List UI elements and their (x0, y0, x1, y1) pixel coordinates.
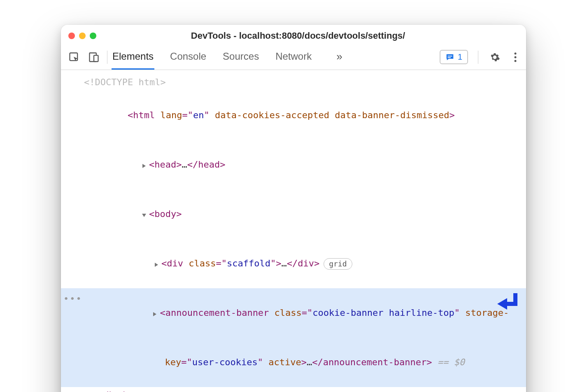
inspect-element-icon[interactable] (65, 48, 83, 66)
expand-icon[interactable] (152, 312, 157, 317)
svg-rect-4 (447, 57, 450, 58)
dom-head[interactable]: <head>…</head> (61, 140, 526, 189)
svg-rect-2 (94, 55, 98, 61)
toolbar-divider (107, 51, 107, 64)
zoom-window-button[interactable] (90, 33, 96, 39)
more-tabs-button[interactable]: » (335, 44, 343, 70)
svg-point-6 (515, 56, 517, 58)
title-prefix: DevTools - (191, 30, 239, 41)
dom-body-open[interactable]: <body> (61, 189, 526, 239)
title-url: localhost:8080/docs/devtools/settings/ (239, 30, 405, 41)
devtools-window: DevTools - localhost:8080/docs/devtools/… (61, 25, 526, 392)
more-options-button[interactable] (509, 51, 522, 64)
window-controls (68, 33, 96, 39)
issues-count: 1 (458, 52, 462, 62)
dom-doctype[interactable]: <!DOCTYPE html> (61, 74, 526, 91)
issues-badge[interactable]: 1 (440, 50, 468, 64)
issues-icon (445, 53, 454, 62)
settings-button[interactable] (488, 51, 501, 64)
expand-icon[interactable] (142, 163, 147, 168)
expand-icon[interactable] (154, 262, 159, 267)
dom-selected-node[interactable]: ••• <announcement-banner class="cookie-b… (61, 288, 526, 387)
gear-icon (489, 52, 500, 63)
dom-tree[interactable]: <!DOCTYPE html> <html lang="en" data-coo… (61, 70, 526, 392)
dom-div-scaffold[interactable]: <div class="scaffold">…</div>grid (61, 239, 526, 288)
gutter-menu-icon[interactable]: ••• (63, 291, 82, 307)
tab-network[interactable]: Network (275, 44, 312, 70)
tab-elements[interactable]: Elements (112, 44, 154, 70)
main-tabs: Elements Console Sources Network » (112, 44, 343, 70)
toolbar-right: 1 (440, 50, 522, 64)
close-window-button[interactable] (68, 33, 75, 39)
grid-badge[interactable]: grid (324, 258, 352, 270)
tab-console[interactable]: Console (169, 44, 207, 70)
callout-arrow-icon (495, 292, 519, 319)
svg-rect-3 (447, 56, 452, 56)
collapse-icon[interactable] (142, 213, 147, 218)
dom-body-close[interactable]: </body> (61, 387, 526, 392)
titlebar: DevTools - localhost:8080/docs/devtools/… (61, 25, 526, 44)
window-title: DevTools - localhost:8080/docs/devtools/… (102, 30, 519, 41)
svg-point-5 (515, 52, 517, 54)
kebab-icon (514, 52, 517, 62)
minimize-window-button[interactable] (79, 33, 86, 39)
dom-html-open[interactable]: <html lang="en" data-cookies-accepted da… (61, 91, 526, 140)
device-toolbar-icon[interactable] (85, 48, 103, 66)
toolbar-divider (478, 51, 478, 64)
tab-sources[interactable]: Sources (222, 44, 260, 70)
svg-point-7 (515, 60, 517, 62)
main-toolbar: Elements Console Sources Network » 1 (61, 44, 526, 70)
